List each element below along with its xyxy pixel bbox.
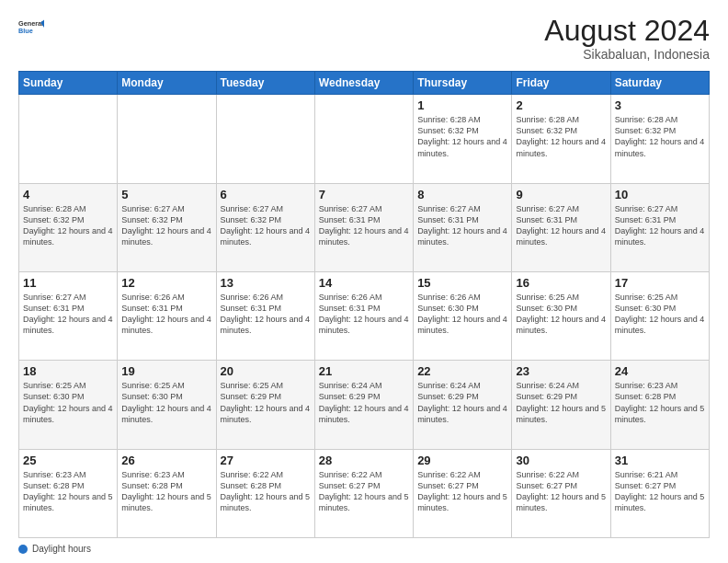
calendar-cell: 8Sunrise: 6:27 AM Sunset: 6:31 PM Daylig… <box>414 183 512 271</box>
day-number: 4 <box>23 188 113 201</box>
calendar-cell: 6Sunrise: 6:27 AM Sunset: 6:32 PM Daylig… <box>216 183 314 271</box>
calendar-cell: 18Sunrise: 6:25 AM Sunset: 6:30 PM Dayli… <box>19 361 118 449</box>
calendar-cell: 2Sunrise: 6:28 AM Sunset: 6:32 PM Daylig… <box>512 95 610 183</box>
day-number: 30 <box>516 454 606 467</box>
calendar-week-row: 4Sunrise: 6:28 AM Sunset: 6:32 PM Daylig… <box>19 183 710 271</box>
day-info: Sunrise: 6:22 AM Sunset: 6:27 PM Dayligh… <box>516 469 606 514</box>
day-number: 10 <box>615 188 705 201</box>
legend-dot <box>18 545 28 554</box>
day-number: 3 <box>615 98 705 112</box>
calendar-cell: 12Sunrise: 6:26 AM Sunset: 6:31 PM Dayli… <box>118 271 216 360</box>
day-info: Sunrise: 6:25 AM Sunset: 6:30 PM Dayligh… <box>516 292 606 337</box>
calendar-cell: 14Sunrise: 6:26 AM Sunset: 6:31 PM Dayli… <box>314 271 413 360</box>
calendar-cell: 22Sunrise: 6:24 AM Sunset: 6:29 PM Dayli… <box>414 361 512 449</box>
calendar-cell: 15Sunrise: 6:26 AM Sunset: 6:30 PM Dayli… <box>414 271 512 360</box>
day-info: Sunrise: 6:25 AM Sunset: 6:30 PM Dayligh… <box>121 380 211 425</box>
calendar-cell: 1Sunrise: 6:28 AM Sunset: 6:32 PM Daylig… <box>414 95 512 183</box>
calendar-cell: 7Sunrise: 6:27 AM Sunset: 6:31 PM Daylig… <box>314 183 413 271</box>
day-number: 1 <box>417 98 507 112</box>
logo-icon: GeneralBlue <box>18 15 44 40</box>
day-info: Sunrise: 6:27 AM Sunset: 6:31 PM Dayligh… <box>417 203 507 248</box>
day-info: Sunrise: 6:27 AM Sunset: 6:31 PM Dayligh… <box>319 203 409 248</box>
day-number: 6 <box>221 188 311 201</box>
day-info: Sunrise: 6:27 AM Sunset: 6:32 PM Dayligh… <box>121 203 211 248</box>
day-number: 18 <box>23 364 113 378</box>
day-number: 12 <box>121 276 211 290</box>
month-year-title: August 2024 <box>544 15 710 47</box>
day-info: Sunrise: 6:25 AM Sunset: 6:29 PM Dayligh… <box>221 380 311 425</box>
day-info: Sunrise: 6:23 AM Sunset: 6:28 PM Dayligh… <box>615 380 705 425</box>
day-number: 21 <box>319 364 409 378</box>
calendar-cell: 27Sunrise: 6:22 AM Sunset: 6:28 PM Dayli… <box>216 449 314 537</box>
day-info: Sunrise: 6:25 AM Sunset: 6:30 PM Dayligh… <box>615 292 705 337</box>
day-info: Sunrise: 6:27 AM Sunset: 6:31 PM Dayligh… <box>615 203 705 248</box>
calendar-cell: 3Sunrise: 6:28 AM Sunset: 6:32 PM Daylig… <box>610 95 709 183</box>
logo: GeneralBlue <box>18 15 44 40</box>
calendar-week-row: 11Sunrise: 6:27 AM Sunset: 6:31 PM Dayli… <box>19 271 710 360</box>
day-number: 16 <box>516 276 606 290</box>
day-number: 15 <box>417 276 507 290</box>
day-info: Sunrise: 6:27 AM Sunset: 6:31 PM Dayligh… <box>23 292 113 337</box>
col-header-monday: Monday <box>118 72 216 95</box>
day-number: 5 <box>121 188 211 201</box>
calendar-week-row: 18Sunrise: 6:25 AM Sunset: 6:30 PM Dayli… <box>19 361 710 449</box>
day-info: Sunrise: 6:23 AM Sunset: 6:28 PM Dayligh… <box>121 469 211 514</box>
calendar-cell: 24Sunrise: 6:23 AM Sunset: 6:28 PM Dayli… <box>610 361 709 449</box>
calendar-cell: 19Sunrise: 6:25 AM Sunset: 6:30 PM Dayli… <box>118 361 216 449</box>
day-number: 13 <box>221 276 311 290</box>
col-header-wednesday: Wednesday <box>314 72 413 95</box>
calendar-cell: 25Sunrise: 6:23 AM Sunset: 6:28 PM Dayli… <box>19 449 118 537</box>
day-info: Sunrise: 6:22 AM Sunset: 6:28 PM Dayligh… <box>221 469 311 514</box>
calendar-cell <box>216 95 314 183</box>
calendar-cell: 4Sunrise: 6:28 AM Sunset: 6:32 PM Daylig… <box>19 183 118 271</box>
col-header-saturday: Saturday <box>610 72 709 95</box>
day-info: Sunrise: 6:24 AM Sunset: 6:29 PM Dayligh… <box>319 380 409 425</box>
calendar-cell <box>19 95 118 183</box>
day-info: Sunrise: 6:22 AM Sunset: 6:27 PM Dayligh… <box>417 469 507 514</box>
day-number: 20 <box>221 364 311 378</box>
day-info: Sunrise: 6:26 AM Sunset: 6:31 PM Dayligh… <box>121 292 211 337</box>
day-info: Sunrise: 6:22 AM Sunset: 6:27 PM Dayligh… <box>319 469 409 514</box>
day-number: 28 <box>319 454 409 467</box>
day-number: 17 <box>615 276 705 290</box>
day-number: 11 <box>23 276 113 290</box>
calendar-cell: 31Sunrise: 6:21 AM Sunset: 6:27 PM Dayli… <box>610 449 709 537</box>
day-info: Sunrise: 6:28 AM Sunset: 6:32 PM Dayligh… <box>516 114 606 159</box>
calendar-table: SundayMondayTuesdayWednesdayThursdayFrid… <box>18 71 710 538</box>
legend: Daylight hours <box>18 544 710 554</box>
calendar-week-row: 25Sunrise: 6:23 AM Sunset: 6:28 PM Dayli… <box>19 449 710 537</box>
col-header-tuesday: Tuesday <box>216 72 314 95</box>
title-block: August 2024 Sikabaluan, Indonesia <box>544 15 710 62</box>
calendar-cell: 23Sunrise: 6:24 AM Sunset: 6:29 PM Dayli… <box>512 361 610 449</box>
day-info: Sunrise: 6:28 AM Sunset: 6:32 PM Dayligh… <box>23 203 113 248</box>
day-number: 8 <box>417 188 507 201</box>
day-info: Sunrise: 6:26 AM Sunset: 6:30 PM Dayligh… <box>417 292 507 337</box>
legend-daylight-label: Daylight hours <box>32 544 91 554</box>
calendar-cell: 13Sunrise: 6:26 AM Sunset: 6:31 PM Dayli… <box>216 271 314 360</box>
day-number: 14 <box>319 276 409 290</box>
calendar-cell: 28Sunrise: 6:22 AM Sunset: 6:27 PM Dayli… <box>314 449 413 537</box>
calendar-cell: 29Sunrise: 6:22 AM Sunset: 6:27 PM Dayli… <box>414 449 512 537</box>
day-info: Sunrise: 6:26 AM Sunset: 6:31 PM Dayligh… <box>221 292 311 337</box>
day-info: Sunrise: 6:21 AM Sunset: 6:27 PM Dayligh… <box>615 469 705 514</box>
day-number: 27 <box>221 454 311 467</box>
calendar-cell: 16Sunrise: 6:25 AM Sunset: 6:30 PM Dayli… <box>512 271 610 360</box>
calendar-cell: 10Sunrise: 6:27 AM Sunset: 6:31 PM Dayli… <box>610 183 709 271</box>
day-info: Sunrise: 6:27 AM Sunset: 6:31 PM Dayligh… <box>516 203 606 248</box>
day-number: 7 <box>319 188 409 201</box>
col-header-thursday: Thursday <box>414 72 512 95</box>
day-number: 22 <box>417 364 507 378</box>
day-info: Sunrise: 6:25 AM Sunset: 6:30 PM Dayligh… <box>23 380 113 425</box>
calendar-cell <box>118 95 216 183</box>
day-number: 31 <box>615 454 705 467</box>
calendar-cell: 26Sunrise: 6:23 AM Sunset: 6:28 PM Dayli… <box>118 449 216 537</box>
day-number: 23 <box>516 364 606 378</box>
day-number: 24 <box>615 364 705 378</box>
col-header-friday: Friday <box>512 72 610 95</box>
page-header: GeneralBlue August 2024 Sikabaluan, Indo… <box>18 15 710 62</box>
calendar-cell: 9Sunrise: 6:27 AM Sunset: 6:31 PM Daylig… <box>512 183 610 271</box>
calendar-cell: 11Sunrise: 6:27 AM Sunset: 6:31 PM Dayli… <box>19 271 118 360</box>
day-number: 29 <box>417 454 507 467</box>
day-number: 26 <box>121 454 211 467</box>
svg-text:Blue: Blue <box>18 27 33 35</box>
